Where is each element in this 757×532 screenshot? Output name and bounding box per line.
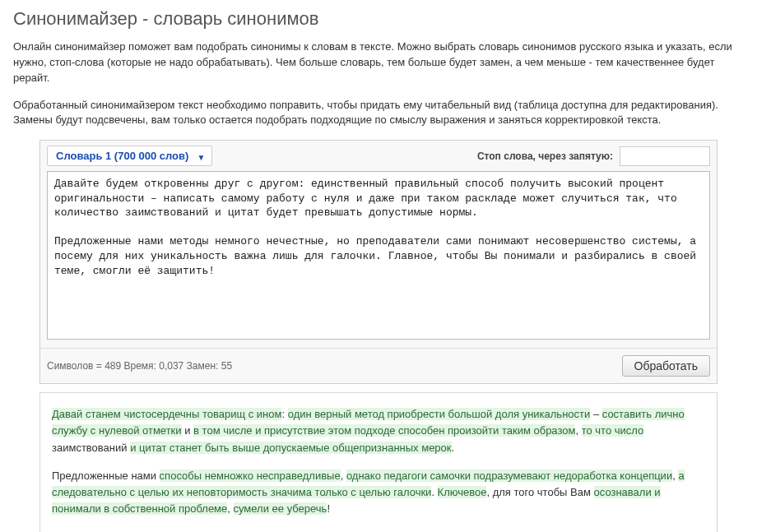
output-span: способы немножко несправедливые	[160, 470, 341, 482]
stop-words-label: Стоп слова, через запятую:	[477, 150, 613, 162]
output-panel[interactable]: Давай станем чистосердечны товарищ с ино…	[39, 392, 718, 532]
output-span: .	[431, 486, 437, 498]
output-span: ,	[341, 470, 346, 482]
output-span: в том числе и присутствие этом подходе с…	[193, 424, 575, 437]
output-paragraph-2: Предложенные нами способы немножко неспр…	[52, 468, 705, 517]
output-span: Давай станем чистосердечны товарищ с ино…	[52, 408, 281, 420]
output-span: однако педагоги самочки подразумевают не…	[346, 470, 672, 482]
stop-words-input[interactable]	[620, 146, 710, 166]
output-span: один верный метод приобрести большой дол…	[288, 408, 591, 420]
input-panel: Словарь 1 (700 000 слов) ▼ Стоп слова, ч…	[39, 140, 718, 384]
output-span: ,	[227, 502, 233, 515]
process-button[interactable]: Обработать	[622, 355, 710, 377]
output-span: Предложенные нами	[52, 470, 160, 482]
stats-text: Символов = 489 Время: 0,037 Замен: 55	[47, 360, 232, 372]
stats-bar: Символов = 489 Время: 0,037 Замен: 55 Об…	[40, 348, 717, 383]
output-span: , для того чтобы Вам	[486, 486, 593, 498]
output-span: и цитат станет быть выше допускаемые общ…	[130, 442, 451, 454]
output-span: то что число	[582, 424, 644, 437]
output-span: заимствований	[52, 442, 130, 454]
stop-words-area: Стоп слова, через запятую:	[477, 146, 710, 166]
dictionary-select-label: Словарь 1 (700 000 слов)	[56, 150, 188, 162]
source-textarea[interactable]	[47, 171, 710, 340]
output-span: ,	[575, 424, 581, 437]
chevron-down-icon: ▼	[197, 152, 205, 161]
intro-paragraph-2: Обработанный синонимайзером текст необхо…	[13, 98, 744, 129]
dictionary-select[interactable]: Словарь 1 (700 000 слов) ▼	[47, 146, 212, 166]
output-span: и	[182, 424, 194, 437]
output-span: –	[590, 408, 601, 420]
page-title: Синонимайзер - словарь синонимов	[13, 8, 744, 30]
output-span: :	[281, 408, 287, 420]
output-span: сумели ее уберечь	[234, 502, 327, 515]
output-paragraph-1: Давай станем чистосердечны товарищ с ино…	[52, 406, 705, 456]
intro-paragraph-1: Онлайн синонимайзер поможет вам подобрат…	[13, 39, 744, 86]
textarea-wrap	[40, 166, 717, 343]
output-span: Ключевое	[438, 486, 487, 498]
output-span: !	[327, 502, 330, 515]
output-span: .	[452, 442, 455, 454]
panel-header: Словарь 1 (700 000 слов) ▼ Стоп слова, ч…	[40, 141, 717, 166]
